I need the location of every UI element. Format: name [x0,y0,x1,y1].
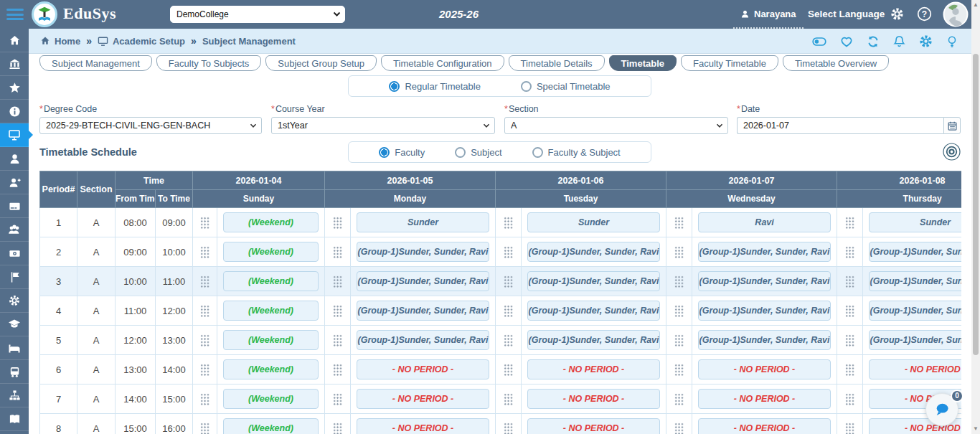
bell-icon[interactable] [892,34,906,49]
drag-handle-icon[interactable] [674,423,684,434]
schedule-cell[interactable]: - NO PERIOD - [357,389,489,409]
section-select[interactable]: A [504,117,728,134]
drag-handle-icon[interactable] [845,364,854,376]
schedule-cell[interactable]: (Group-1)Sunder, Sunder, Ravi [357,271,489,291]
drag-handle-icon[interactable] [200,334,209,346]
course-year-select[interactable]: 1stYear [271,117,495,134]
drag-handle-icon[interactable] [504,423,513,434]
sidebar-item-info[interactable] [0,100,29,123]
schedule-cell[interactable]: (Group-1)Sunder, Sunder, Ravi [869,301,961,321]
hamburger-menu-icon[interactable] [6,9,24,23]
schedule-cell[interactable]: Ravi [698,212,831,232]
gear-icon[interactable] [918,34,933,49]
schedule-cell[interactable]: - NO PERIOD - [527,418,660,434]
tab-subject-group-setup[interactable]: Subject Group Setup [265,55,377,71]
refresh-icon[interactable] [866,34,880,49]
drag-handle-icon[interactable] [845,393,854,405]
radio-faculty-and-subject[interactable]: Faculty & Subject [532,147,621,158]
heart-icon[interactable] [839,34,854,49]
schedule-cell[interactable]: (Group-1)Sunder, Sunder, Ravi [527,330,660,350]
sidebar-item-institution[interactable] [0,52,29,76]
schedule-cell[interactable]: - NO PERIOD - [869,359,961,379]
breadcrumb-home[interactable]: Home [40,36,80,47]
sidebar-item-academic[interactable] [0,123,29,147]
drag-handle-icon[interactable] [845,246,854,258]
drag-handle-icon[interactable] [674,217,684,229]
drag-handle-icon[interactable] [845,305,854,317]
bulb-icon[interactable] [946,34,958,49]
drag-handle-icon[interactable] [200,364,209,376]
drag-handle-icon[interactable] [200,305,209,317]
schedule-cell[interactable]: (Weekend) [223,359,319,379]
vertical-scrollbar[interactable]: ▲ ▼ [971,0,980,434]
college-select[interactable]: DemoCollege [170,6,345,23]
degree-code-select[interactable]: 2025-29-BTECH-CIVIL-ENG-GEN-BACH [39,117,262,134]
tab-timetable-details[interactable]: Timetable Details [509,55,605,71]
toggle-icon[interactable] [811,34,827,49]
drag-handle-icon[interactable] [845,217,854,229]
schedule-cell[interactable]: (Weekend) [223,301,319,321]
drag-handle-icon[interactable] [333,423,342,434]
user-menu[interactable]: Narayana [733,0,804,29]
schedule-cell[interactable]: (Weekend) [223,242,319,262]
avatar[interactable] [943,1,969,30]
schedule-cell[interactable]: - NO PERIOD - [357,359,489,379]
schedule-cell[interactable]: - NO PERIOD - [698,359,831,379]
drag-handle-icon[interactable] [200,275,209,288]
drag-handle-icon[interactable] [200,246,209,258]
schedule-cell[interactable]: (Group-1)Sunder, Sunder, Ravi [698,301,831,321]
schedule-cell[interactable]: (Weekend) [223,389,319,409]
drag-handle-icon[interactable] [504,393,513,405]
drag-handle-icon[interactable] [333,305,342,317]
schedule-cell[interactable]: (Weekend) [223,212,319,232]
drag-handle-icon[interactable] [504,364,513,376]
drag-handle-icon[interactable] [504,246,513,258]
target-icon[interactable] [942,142,961,164]
sidebar-item-admission[interactable] [0,171,29,194]
drag-handle-icon[interactable] [333,246,342,258]
schedule-cell[interactable]: (Group-1)Sunder, Sunder, Ravi [869,271,961,291]
schedule-cell[interactable]: (Weekend) [223,271,319,291]
radio-subject[interactable]: Subject [455,147,501,158]
scrollbar-thumb[interactable] [973,54,979,355]
scroll-down-arrow[interactable]: ▼ [971,424,980,434]
breadcrumb-academic-setup[interactable]: Academic Setup [98,36,185,47]
sidebar-item-fees[interactable] [0,194,29,218]
sidebar-item-home[interactable] [0,29,29,52]
tab-faculty-timetable[interactable]: Faculty Timetable [681,55,778,71]
drag-handle-icon[interactable] [674,364,684,376]
drag-handle-icon[interactable] [674,393,684,405]
drag-handle-icon[interactable] [674,246,684,258]
sidebar-item-flag[interactable] [0,265,29,289]
drag-handle-icon[interactable] [845,275,854,288]
drag-handle-icon[interactable] [333,393,342,405]
tab-subject-management[interactable]: Subject Management [39,55,152,71]
drag-handle-icon[interactable] [504,275,513,288]
drag-handle-icon[interactable] [333,334,342,346]
sidebar-item-organization[interactable] [0,384,29,407]
drag-handle-icon[interactable] [200,393,209,405]
drag-handle-icon[interactable] [674,305,684,317]
calendar-button[interactable] [943,117,961,134]
schedule-cell[interactable]: (Weekend) [223,330,319,350]
schedule-cell[interactable]: - NO PERIOD - [357,418,489,434]
schedule-cell[interactable]: Sunder [527,212,660,232]
radio-special-timetable[interactable]: Special Timetable [521,81,611,92]
tab-timetable-configuration[interactable]: Timetable Configuration [381,55,504,71]
radio-regular-timetable[interactable]: Regular Timetable [389,81,481,92]
drag-handle-icon[interactable] [845,423,854,434]
schedule-cell[interactable]: - NO PERIOD - [527,359,660,379]
sidebar-item-hostel[interactable] [0,336,29,360]
header-settings-icon[interactable] [890,6,905,24]
tab-faculty-to-subjects[interactable]: Faculty To Subjects [156,55,261,71]
schedule-cell[interactable]: (Group-1)Sunder, Sunder, Ravi [698,330,831,350]
drag-handle-icon[interactable] [504,305,513,317]
schedule-cell[interactable]: - NO PERIOD - [527,389,660,409]
drag-handle-icon[interactable] [333,364,342,376]
sidebar-item-payroll[interactable] [0,242,29,265]
drag-handle-icon[interactable] [504,334,513,346]
tab-timetable-overview[interactable]: Timetable Overview [783,55,889,71]
schedule-cell[interactable]: Sunder [869,212,961,232]
sidebar-item-transport[interactable] [0,360,29,384]
schedule-cell[interactable]: (Group-1)Sunder, Sunder, Ravi [357,330,489,350]
